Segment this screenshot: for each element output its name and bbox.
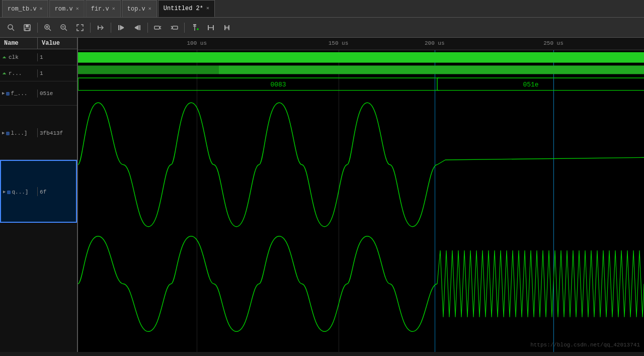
signal-value-clk: 1 — [38, 53, 77, 61]
signal-row-q[interactable]: ▶ ▥ q...] 6f — [0, 160, 77, 223]
time-label-250us: 250 us — [543, 40, 564, 46]
toolbar-sep-3 — [111, 23, 111, 33]
svg-rect-17 — [173, 26, 178, 29]
expand-arrow-q[interactable]: ▶ — [3, 189, 6, 195]
time-label-150us: 150 us — [329, 40, 349, 46]
toolbar — [0, 18, 644, 38]
save-button[interactable] — [20, 21, 34, 35]
tab-top-v-label: top.v — [127, 6, 145, 13]
clock-icon: ⏶ — [2, 54, 7, 60]
svg-rect-3 — [26, 25, 29, 27]
tab-rom-v[interactable]: rom.v ✕ — [49, 0, 85, 17]
signal-label-f: f_... — [11, 91, 27, 97]
signal-panel: Name Value ⏶ clk 1 ⏶ r... 1 ▶ ▥ f_... — [0, 38, 78, 352]
signal-row-l[interactable]: ▶ ▥ l...] 3fb413f — [0, 106, 77, 160]
signal-label-l: l...] — [11, 130, 27, 136]
signal-name-f: ▶ ▥ f_... — [0, 90, 38, 98]
value-column-header: Value — [38, 38, 77, 49]
tab-rom-tb-label: rom_tb.v — [8, 6, 37, 13]
waveform-svg: 0083 051e — [78, 50, 644, 352]
signal-name-rst: ⏶ r... — [0, 69, 38, 77]
signal-name-q: ▶ ▥ q...] — [1, 187, 38, 196]
signal-icon-rst: ⏶ — [2, 70, 7, 76]
tab-untitled2-label: Untitled 2* — [164, 5, 203, 12]
signal-value-q: 6f — [38, 187, 76, 196]
svg-text:0083: 0083 — [270, 81, 286, 88]
waveform-area[interactable]: 100 us 150 us 200 us 250 us — [78, 38, 644, 352]
tab-fir-v-close[interactable]: ✕ — [112, 7, 115, 12]
svg-rect-29 — [78, 52, 644, 63]
tab-rom-tb[interactable]: rom_tb.v ✕ — [2, 0, 48, 17]
time-ruler: 100 us 150 us 200 us 250 us — [78, 38, 644, 50]
next-edge-button[interactable] — [130, 21, 144, 35]
svg-point-0 — [8, 25, 13, 29]
toolbar-sep-1 — [37, 23, 38, 33]
svg-rect-32 — [78, 78, 78, 91]
prev-edge-button[interactable] — [114, 21, 128, 35]
zoom-in-button[interactable] — [41, 21, 55, 35]
goto-marker-button[interactable] — [220, 21, 234, 35]
svg-text:051e: 051e — [523, 81, 538, 88]
toolbar-sep-5 — [184, 23, 185, 33]
tab-fir-v-label: fir.v — [91, 6, 109, 13]
svg-line-10 — [65, 29, 67, 31]
waveform-canvas[interactable]: 0083 051e — [78, 50, 644, 352]
time-label-100us: 100 us — [187, 40, 207, 46]
signal-label-q: q...] — [12, 189, 28, 195]
tab-top-v[interactable]: top.v ✕ — [122, 0, 157, 17]
svg-line-42 — [437, 160, 445, 164]
tab-top-v-close[interactable]: ✕ — [148, 7, 151, 12]
tab-fir-v[interactable]: fir.v ✕ — [86, 0, 121, 17]
signal-value-f: 051e — [38, 90, 77, 98]
tab-rom-tb-close[interactable]: ✕ — [40, 7, 43, 12]
fit-button[interactable] — [73, 21, 87, 35]
signal-row-clk[interactable]: ⏶ clk 1 — [0, 49, 77, 65]
bus-icon-q: ▥ — [7, 189, 10, 195]
svg-line-6 — [49, 29, 51, 31]
tab-untitled2-close[interactable]: ✕ — [206, 6, 209, 11]
signal-value-rst: 1 — [38, 69, 77, 77]
tab-untitled2[interactable]: Untitled 2* ✕ — [158, 0, 215, 17]
shift-right-button[interactable] — [167, 21, 181, 35]
svg-rect-31 — [219, 65, 644, 74]
main-area: Name Value ⏶ clk 1 ⏶ r... 1 ▶ ▥ f_... — [0, 38, 644, 352]
signal-label-rst: r... — [9, 70, 22, 76]
signal-row-f[interactable]: ▶ ▥ f_... 051e — [0, 81, 77, 106]
add-marker-button[interactable] — [188, 21, 202, 35]
q-noise-group — [437, 250, 644, 317]
svg-line-1 — [12, 29, 14, 31]
tab-rom-v-label: rom.v — [55, 6, 73, 13]
signal-value-l: 3fb413f — [38, 128, 77, 137]
snap-button[interactable] — [94, 21, 108, 35]
tab-bar: rom_tb.v ✕ rom.v ✕ fir.v ✕ top.v ✕ Untit… — [0, 0, 644, 18]
shift-left-button[interactable] — [151, 21, 165, 35]
panel-header: Name Value — [0, 38, 77, 49]
expand-arrow-l[interactable]: ▶ — [2, 130, 5, 136]
signal-label-clk: clk — [9, 54, 19, 60]
toolbar-sep-2 — [90, 23, 91, 33]
svg-rect-16 — [154, 26, 159, 29]
bus-icon-f: ▥ — [6, 91, 9, 97]
svg-rect-30 — [78, 65, 219, 74]
toolbar-sep-4 — [147, 23, 148, 33]
marker-list-button[interactable] — [204, 21, 218, 35]
zoom-out-button[interactable] — [57, 21, 71, 35]
bus-icon-l: ▥ — [6, 130, 9, 136]
signal-name-l: ▶ ▥ l...] — [0, 128, 38, 137]
name-column-header: Name — [0, 38, 38, 49]
watermark: https://blog.csdn.net/qq_42013741 — [530, 342, 640, 348]
tab-rom-v-close[interactable]: ✕ — [76, 7, 79, 12]
time-label-200us: 200 us — [425, 40, 445, 46]
search-button[interactable] — [4, 21, 18, 35]
expand-arrow-f[interactable]: ▶ — [2, 91, 5, 96]
signal-name-clk: ⏶ clk — [0, 53, 38, 61]
svg-line-43 — [445, 157, 644, 160]
signal-row-rst[interactable]: ⏶ r... 1 — [0, 65, 77, 81]
